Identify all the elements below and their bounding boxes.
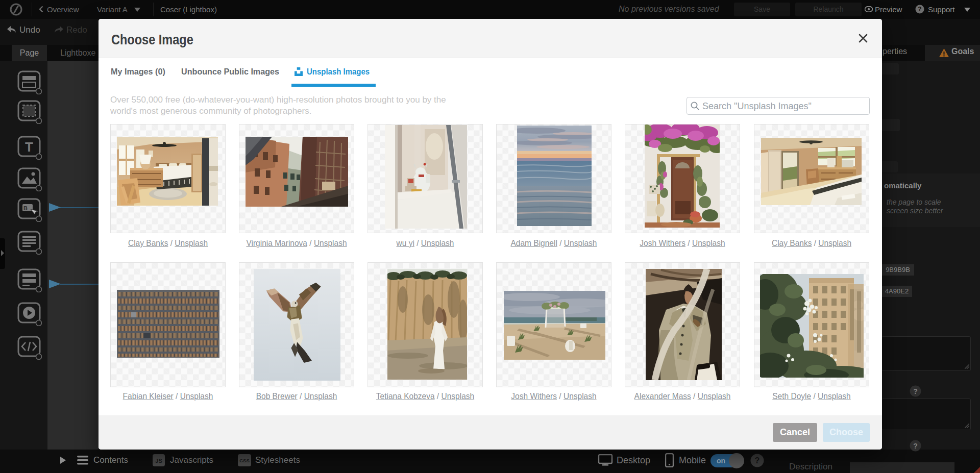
svg-text:B: B [23,205,28,211]
svg-text:CSS: CSS [239,458,250,463]
svg-text:?: ? [918,6,921,13]
svg-text:JS: JS [155,458,162,464]
svg-text:T: T [25,139,33,155]
svg-text:?: ? [755,456,760,465]
svg-text:?: ? [913,387,918,395]
svg-text:?: ? [913,442,918,450]
